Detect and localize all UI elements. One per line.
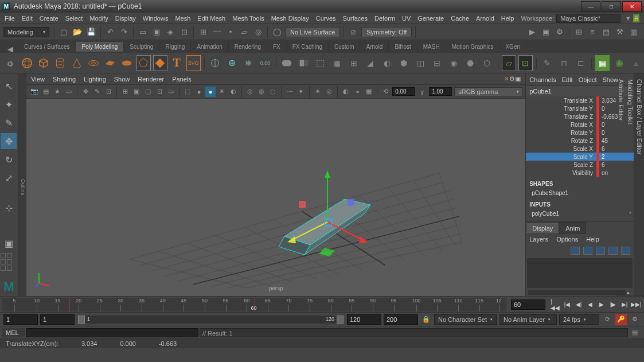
cb-menu-item[interactable]: Show [602,76,618,83]
autokey-icon[interactable]: 🔑 [615,314,627,325]
crease-icon[interactable]: ⟁ [629,55,643,71]
maximize-button[interactable]: □ [602,1,621,11]
shelf-tab[interactable]: Arnold [360,42,389,52]
detach-icon[interactable]: ⊟ [430,55,444,71]
grid-icon[interactable]: ⊞ [120,87,130,97]
character-set-selector[interactable]: No Character Set▾ [434,314,497,325]
make-live-icon[interactable]: ◉ [612,55,626,71]
vp-menu-item[interactable]: Lighting [84,76,106,83]
motion-trail-icon[interactable]: 〰 [284,87,295,97]
range-handle-start[interactable] [78,316,85,324]
keyframe-marker[interactable] [69,298,69,312]
layer-move-up-icon[interactable] [583,247,592,255]
range-end-inner[interactable]: 120 [347,314,381,325]
shelf-tab[interactable]: FX Caching [287,42,329,52]
menu-item[interactable]: Windows [143,15,169,22]
paint-tool-icon[interactable]: ✎ [1,115,17,131]
script-editor-icon[interactable]: ▤ [629,327,641,338]
gamma-reset-icon[interactable]: γ [417,87,427,97]
smooth-icon[interactable]: ◉ [447,55,461,71]
step-forward-icon[interactable]: |▶ [608,299,618,310]
snap-grid-icon[interactable]: ⊞ [197,26,209,38]
scale-tool-icon[interactable]: ⤢ [1,170,17,186]
vp-gear-icon[interactable]: ⚙ [509,75,515,83]
poly-torus-icon[interactable] [86,55,100,71]
layer-scrollbar[interactable] [528,290,626,295]
select-tool-icon[interactable]: ↖ [1,78,17,94]
lock-icon[interactable]: 🔒 [633,14,639,22]
anim-layer-selector[interactable]: No Anim Layer▾ [499,314,557,325]
shelf-arrow-icon[interactable]: ◀ [4,42,17,55]
range-start-inner[interactable]: 1 [40,314,75,325]
snap-curve-icon[interactable]: 〰 [210,26,223,38]
isolate-icon[interactable]: ◎ [245,87,255,97]
depth-icon[interactable]: ▾ [296,87,306,97]
exposure-icon[interactable]: ☀ [313,87,323,97]
poly-disc-icon[interactable] [119,55,134,71]
redo-icon[interactable]: ↷ [118,26,130,38]
combine-icon[interactable]: ⊕ [225,55,239,71]
bookmark-icon[interactable]: ★ [52,87,63,97]
menu-item[interactable]: Curves [316,15,336,22]
maya-home-icon[interactable]: M [1,279,17,295]
rotate-tool-icon[interactable]: ↻ [1,151,17,168]
select-hier-icon[interactable]: ▣ [150,26,163,38]
cmd-language-label[interactable]: MEL [2,328,25,337]
safe-title-icon[interactable]: ▭ [166,87,176,97]
separate-icon[interactable]: ❄ [241,55,256,71]
workspace-selector[interactable]: Maya Classic* [556,14,620,23]
iso-icon[interactable]: ◎ [324,87,334,97]
range-end-outer[interactable]: 200 [384,314,418,325]
target-weld-icon[interactable]: ⊡ [518,55,533,71]
new-scene-icon[interactable]: ▢ [57,26,70,38]
tab-channel-box[interactable]: Channel Box / Layer Editor [635,76,644,296]
current-frame-field[interactable]: 60 [511,299,545,310]
shelf-tab[interactable]: Animation [191,42,228,52]
slide-edge-icon[interactable]: ⊏ [573,55,588,71]
timeline-ruler[interactable]: 60 5101520253035404550556065707580859095… [2,298,506,312]
layout-option-icon[interactable] [1,253,6,258]
bridge-icon[interactable]: ▦ [330,55,344,71]
layout-option-icon[interactable] [7,253,12,258]
vp-menu-item[interactable]: Show [114,76,130,83]
layer-menu-item[interactable]: Options [556,236,578,243]
layer-menu-item[interactable]: Layers [529,236,548,243]
expand-icon[interactable]: ▾ [629,210,631,215]
layout-single-icon[interactable]: ▣ [1,235,17,251]
live-surface-toggle-icon[interactable]: ◯ [271,26,283,38]
render-icon[interactable]: ▶ [526,26,538,38]
toggle-outliner-icon[interactable]: ≡ [586,26,599,38]
layout-option-icon[interactable] [7,266,12,271]
select-obj-icon[interactable]: ◈ [164,26,177,38]
append-icon[interactable]: ◢ [363,55,377,71]
layout-option-icon[interactable] [1,266,6,271]
poly-cone-icon[interactable] [69,55,84,71]
boolean-union-icon[interactable] [280,55,294,71]
tab-attribute-editor[interactable]: Attribute Editor [616,76,626,296]
play-back-icon[interactable]: ◀ [585,299,595,310]
merge-icon[interactable]: ⬡ [480,55,494,71]
fill-hole-icon[interactable]: ◐ [380,55,394,71]
outliner-tab[interactable]: Outline [18,73,27,296]
offset-edge-icon[interactable]: ⊓ [557,55,571,71]
shelf-gear-icon[interactable]: ⚙ [4,57,17,70]
menu-item[interactable]: Create [40,15,58,22]
menu-item[interactable]: Mesh [175,15,190,22]
2d-pan-icon[interactable]: ✥ [80,87,91,97]
insert-edge-icon[interactable]: ✎ [540,55,555,71]
gate-icon[interactable]: ⊡ [103,87,114,97]
step-back-icon[interactable]: ◀| [573,299,584,310]
symmetry-icon[interactable]: ⧄ [347,26,360,38]
layout-option-icon[interactable] [1,259,6,264]
snap-point-icon[interactable]: • [224,26,237,38]
undo-icon[interactable]: ↶ [104,26,116,38]
tab-modeling-toolkit[interactable]: Modeling Toolkit [626,76,635,296]
sculpt-icon[interactable]: ⬣ [463,55,478,71]
res-gate-icon[interactable]: ▢ [143,87,153,97]
range-start-outer[interactable]: 1 [3,314,38,325]
shelf-tab[interactable]: Motion Graphics [446,42,500,52]
layer-move-down-icon[interactable] [596,247,605,255]
menu-item[interactable]: Mesh Tools [232,15,264,22]
motion-blur-icon[interactable]: ≈ [352,87,362,97]
last-tool-icon[interactable]: ⊹ [1,200,17,216]
